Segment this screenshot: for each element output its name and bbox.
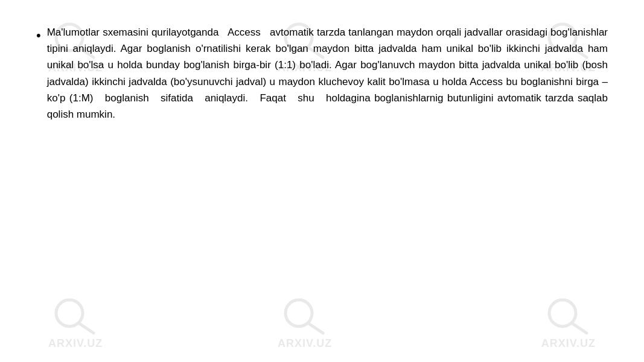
svg-point-6 <box>56 300 83 326</box>
paragraph-text: Ma'lumotlar sxemasini qurilayotganda Acc… <box>47 24 608 122</box>
svg-line-11 <box>572 323 587 333</box>
svg-line-9 <box>308 323 323 333</box>
watermark-bottom-center: ARXIV.UZ <box>278 294 332 350</box>
bullet-item: • Ma'lumotlar sxemasini qurilayotganda A… <box>36 24 608 122</box>
page-container: ARXIV.UZ ARXIV.UZ ARXIV.UZ ARXIV.UZ ARXI… <box>0 0 644 362</box>
watermark-bottom-left: ARXIV.UZ <box>48 294 103 350</box>
watermark-brand-label-6: ARXIV.UZ <box>541 337 596 350</box>
watermark-bottom-right: ARXIV.UZ <box>541 294 596 350</box>
svg-line-7 <box>79 323 94 333</box>
bullet-dot: • <box>36 25 41 45</box>
watermark-brand-label-5: ARXIV.UZ <box>278 337 332 350</box>
svg-point-8 <box>285 300 312 326</box>
watermark-brand-label-4: ARXIV.UZ <box>48 337 103 350</box>
content-area: • Ma'lumotlar sxemasini qurilayotganda A… <box>36 24 608 122</box>
svg-point-10 <box>549 300 576 326</box>
